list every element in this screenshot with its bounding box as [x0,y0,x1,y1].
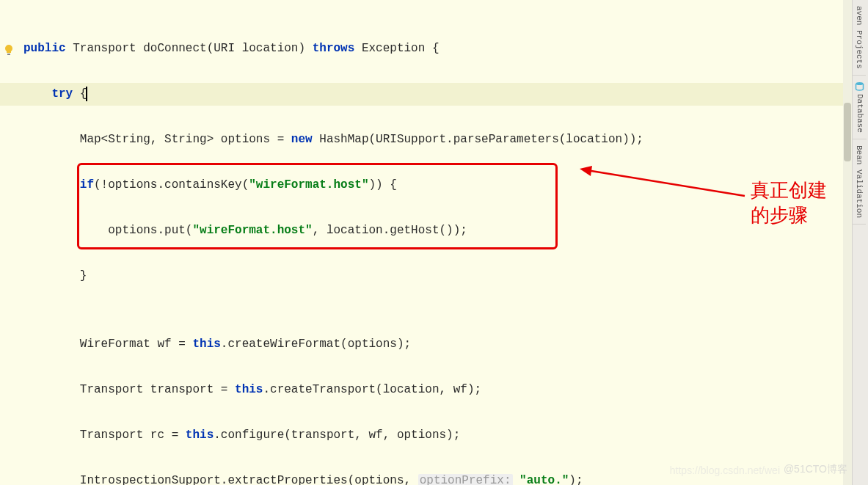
code-editor[interactable]: public Transport doConnect(URI location)… [0,0,851,485]
param-hint: optionPrefix: [418,474,513,485]
code-line: Map<String, String> options = new HashMa… [23,128,851,151]
text-cursor [86,87,87,101]
code-line: if(!options.containsKey("wireFormat.host… [23,174,851,197]
code-line: Transport rc = this.configure(transport,… [23,424,851,447]
tool-tab-maven[interactable]: aven Projects [853,0,866,76]
code-line: Transport transport = this.createTranspo… [23,379,851,401]
code-line: WireFormat wf = this.createWireFormat(op… [23,333,851,356]
code-line: public Transport doConnect(URI location)… [23,37,851,60]
code-line-current: try { [0,83,851,106]
watermark-51cto: @51CTO博客 [784,463,847,476]
svg-rect-0 [7,54,10,55]
tool-tab-bean-validation[interactable]: Bean Validation [853,139,866,225]
annotation-text: 真正创建 的步骤 [751,178,827,227]
code-line: options.put("wireFormat.host", location.… [23,219,851,242]
editor-scrollbar[interactable] [843,0,852,485]
svg-point-3 [856,82,864,85]
scroll-thumb[interactable] [844,103,851,161]
watermark-csdn: https://blog.csdn.net/wei [670,464,780,476]
tool-tab-database[interactable]: Database [853,76,867,139]
database-icon [855,81,864,91]
tool-window-bar: aven Projects Database Bean Validation [852,0,868,485]
code-line: } [23,265,851,288]
gutter-lightbulb-icon[interactable] [3,44,15,56]
